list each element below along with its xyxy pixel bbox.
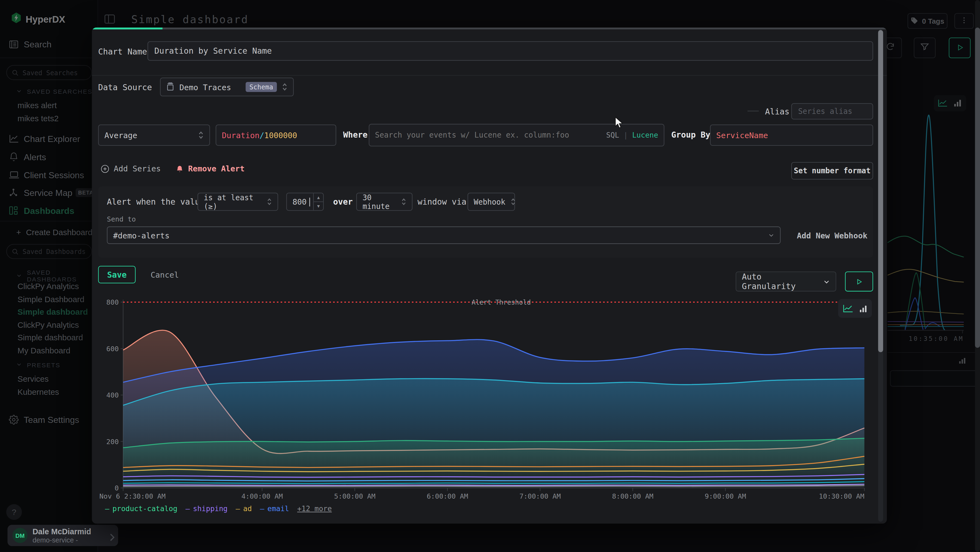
alias-input[interactable]	[791, 103, 873, 120]
modal-scrollbar[interactable]	[878, 29, 883, 522]
plus-circle-icon	[101, 164, 110, 173]
svg-text:200: 200	[107, 438, 119, 446]
updown-icon	[198, 131, 204, 139]
legend-dash: —	[105, 504, 110, 513]
remove-alert-button[interactable]: Remove Alert	[176, 164, 245, 173]
svg-text:6:00:00 AM: 6:00:00 AM	[427, 492, 468, 500]
play-icon	[856, 278, 862, 285]
legend-dash: —	[185, 504, 190, 513]
legend-dash: —	[260, 504, 264, 513]
svg-text:Alert Threshold: Alert Threshold	[472, 298, 531, 306]
webhook-select[interactable]: #demo-alerts	[107, 227, 781, 244]
group-by-input[interactable]: ServiceName	[710, 124, 873, 146]
user-card[interactable]: DM Dale McDiarmid demo-service -	[8, 525, 118, 546]
app-root: Simple dashboard 0 Tags	[0, 0, 980, 552]
chevron-down-icon	[768, 232, 775, 238]
alert-channel-select[interactable]: Webhook	[468, 193, 515, 211]
alias-label: Alias	[765, 107, 789, 116]
alert-condition-select[interactable]: is at least (≥)	[197, 193, 278, 211]
data-source-label: Data Source	[98, 83, 152, 92]
chart-type-toggle[interactable]	[838, 299, 872, 318]
alert-threshold-input[interactable]: 800 ▲▼	[286, 193, 324, 211]
text-caret	[309, 198, 310, 206]
svg-text:7:00:00 AM: 7:00:00 AM	[519, 492, 561, 500]
progress-bar	[92, 27, 162, 29]
where-input[interactable]	[375, 131, 601, 139]
legend-item[interactable]: —shipping	[185, 504, 228, 513]
group-by-value: ServiceName	[716, 131, 768, 140]
svg-text:Nov 6 2:30:00 AM: Nov 6 2:30:00 AM	[99, 492, 165, 500]
chart-name-input[interactable]	[148, 41, 873, 61]
window-via-label: window via	[418, 197, 466, 206]
where-label: Where	[343, 130, 368, 139]
cancel-button[interactable]: Cancel	[151, 270, 179, 279]
aggregation-value: Average	[104, 131, 193, 140]
stepper-down-icon: ▼	[314, 202, 323, 211]
svg-text:400: 400	[107, 391, 119, 399]
mouse-cursor	[614, 116, 624, 131]
svg-text:0: 0	[115, 484, 119, 492]
svg-text:5:00:00 AM: 5:00:00 AM	[334, 492, 375, 500]
add-series-button[interactable]: Add Series	[101, 164, 161, 173]
legend-item[interactable]: —product-catalog	[105, 504, 178, 513]
granularity-select[interactable]: Auto Granularity	[735, 271, 836, 291]
chevron-down-icon	[823, 278, 830, 285]
aggregation-select[interactable]: Average	[98, 124, 210, 146]
updown-icon	[282, 83, 288, 91]
line-chart-icon[interactable]	[843, 304, 853, 313]
page-scrollbar-thumb[interactable]	[975, 27, 980, 348]
alert-window-select[interactable]: 30 minute	[356, 193, 413, 211]
updown-icon	[267, 198, 272, 206]
save-button[interactable]: Save	[98, 266, 135, 283]
stepper-up-icon: ▲	[314, 193, 323, 202]
legend-item[interactable]: —email	[260, 504, 289, 513]
avatar: DM	[13, 528, 27, 543]
data-source-value: Demo Traces	[180, 82, 241, 91]
bell-filled-icon	[176, 164, 184, 173]
modal-scrollbar-thumb[interactable]	[878, 30, 883, 352]
updown-icon	[401, 198, 406, 206]
field-token: Duration	[222, 131, 259, 140]
bar-chart-icon[interactable]	[859, 304, 867, 313]
svg-text:600: 600	[107, 345, 119, 353]
user-subtitle: demo-service -	[32, 536, 78, 544]
chart-name-label: Chart Name	[98, 47, 147, 56]
user-name: Dale McDiarmid	[32, 527, 91, 536]
edit-chart-modal: Chart Name Data Source Demo Traces Schem…	[92, 27, 887, 524]
field-token: /	[259, 131, 264, 140]
legend-more-button[interactable]: +12 more	[297, 504, 332, 513]
chevron-right-icon	[110, 532, 115, 544]
progress-bar-track	[162, 27, 887, 29]
duration-chart: 0200400600800Nov 6 2:30:00 AM4:00:00 AM5…	[98, 295, 873, 502]
page-scrollbar[interactable]	[975, 0, 980, 552]
group-by-label: Group By	[671, 130, 711, 139]
schema-badge: Schema	[245, 82, 277, 92]
legend-item[interactable]: —ad	[236, 504, 252, 513]
legend-dash: —	[236, 504, 240, 513]
alert-prefix-label: Alert when the value	[107, 197, 205, 206]
sql-label: SQL	[606, 131, 619, 139]
database-icon	[166, 83, 175, 91]
set-number-format-button[interactable]: Set number format	[791, 162, 873, 180]
svg-text:10:30:00 AM: 10:30:00 AM	[819, 492, 864, 500]
data-source-select[interactable]: Demo Traces Schema	[160, 78, 294, 96]
svg-text:800: 800	[107, 298, 119, 306]
chart-legend: —product-catalog —shipping —ad —email +1…	[105, 504, 332, 513]
svg-text:4:00:00 AM: 4:00:00 AM	[242, 492, 283, 500]
over-label: over	[333, 197, 353, 206]
updown-icon	[511, 198, 515, 206]
section-divider	[92, 75, 887, 76]
svg-text:8:00:00 AM: 8:00:00 AM	[612, 492, 653, 500]
field-token: 1000000	[264, 131, 297, 140]
sql-mode-toggle[interactable]: SQL | Lucene	[606, 131, 658, 139]
alias-connector-line	[748, 111, 759, 111]
lucene-label: Lucene	[632, 131, 658, 139]
add-new-webhook-button[interactable]: Add New Webhook	[797, 231, 867, 240]
send-to-label: Send to	[107, 215, 136, 223]
field-expression-input[interactable]: Duration/1000000	[216, 124, 336, 146]
svg-text:9:00:00 AM: 9:00:00 AM	[705, 492, 746, 500]
run-chart-button[interactable]	[845, 271, 873, 291]
number-stepper[interactable]: ▲▼	[313, 193, 323, 210]
